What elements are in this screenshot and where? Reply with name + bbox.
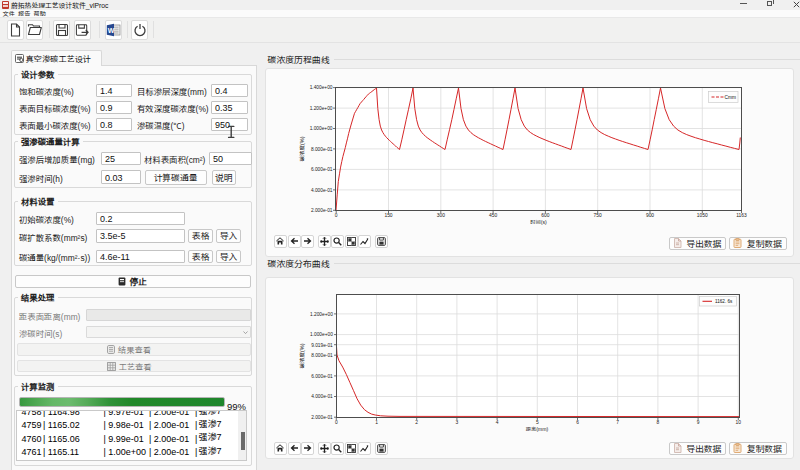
svg-text:W: W	[108, 24, 115, 34]
